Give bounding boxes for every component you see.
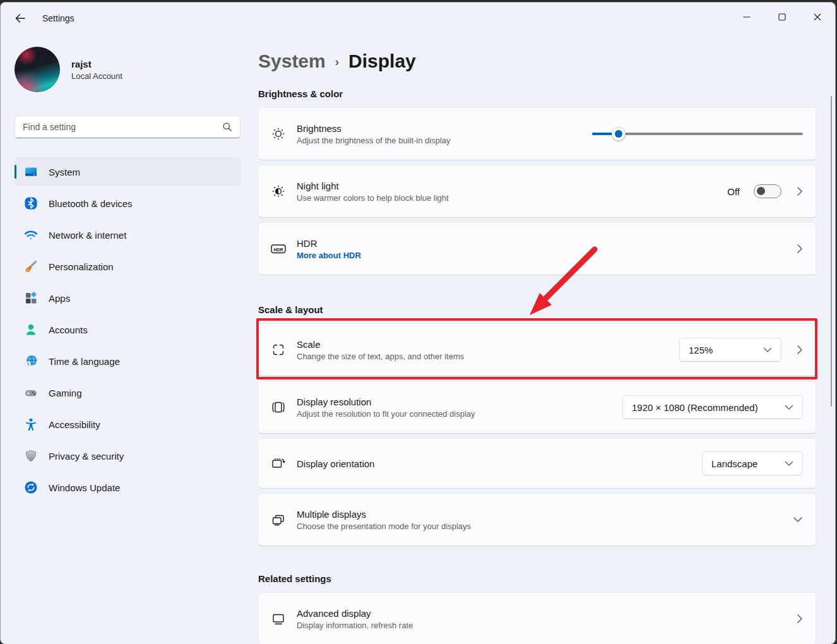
advanced-display-row[interactable]: Advanced display Display information, re… (258, 592, 816, 644)
vertical-scrollbar[interactable] (831, 96, 832, 407)
hdr-title: HDR (297, 238, 361, 249)
sidebar-item-label: Time & language (49, 356, 120, 367)
sidebar-item-bluetooth[interactable]: Bluetooth & devices (15, 189, 240, 218)
night-light-row[interactable]: Night light Use warmer colors to help bl… (258, 165, 816, 218)
user-name: rajst (71, 59, 122, 69)
windows-update-icon (23, 480, 39, 495)
sidebar-item-label: Accounts (49, 325, 88, 335)
brightness-icon (270, 126, 287, 141)
svg-text:HDR: HDR (273, 247, 283, 252)
sidebar-item-gaming[interactable]: Gaming (15, 378, 240, 407)
brightness-slider-thumb[interactable] (612, 127, 626, 141)
sidebar-item-label: Bluetooth & devices (49, 198, 133, 209)
sidebar-item-privacy[interactable]: Privacy & security (15, 441, 240, 470)
brightness-row: Brightness Adjust the brightness of the … (258, 107, 816, 160)
system-icon (23, 164, 39, 179)
chevron-down-icon[interactable] (793, 516, 803, 523)
scale-subtitle: Change the size of text, apps, and other… (297, 352, 464, 361)
sidebar: rajst Local Account (1, 34, 248, 644)
hdr-row[interactable]: HDR HDR More about HDR (258, 222, 816, 275)
display-orientation-icon (270, 456, 287, 471)
sidebar-item-label: Gaming (49, 388, 82, 398)
avatar (15, 47, 60, 92)
orientation-dropdown-value: Landscape (711, 458, 757, 469)
maximize-button[interactable] (764, 3, 800, 32)
apps-icon (23, 290, 39, 306)
night-light-title: Night light (297, 181, 449, 191)
sidebar-item-accessibility[interactable]: Accessibility (15, 410, 240, 439)
scale-icon (270, 342, 287, 357)
account-type: Local Account (71, 71, 122, 81)
back-button[interactable] (9, 8, 31, 29)
sidebar-item-system[interactable]: System (15, 157, 240, 186)
orientation-dropdown[interactable]: Landscape (702, 451, 803, 475)
display-resolution-icon (270, 400, 287, 415)
breadcrumb-separator: › (335, 55, 339, 69)
resolution-dropdown[interactable]: 1920 × 1080 (Recommended) (622, 395, 803, 419)
hdr-more-link[interactable]: More about HDR (297, 251, 361, 260)
time-language-icon (23, 354, 39, 369)
display-resolution-row: Display resolution Adjust the resolution… (258, 381, 816, 434)
hdr-icon: HDR (270, 241, 287, 256)
close-icon (814, 13, 821, 21)
multiple-displays-row[interactable]: Multiple displays Choose the presentatio… (258, 493, 816, 546)
chevron-down-icon (768, 461, 793, 467)
scale-dropdown-value: 125% (689, 345, 713, 355)
night-light-toggle[interactable] (754, 184, 781, 198)
scale-row[interactable]: Scale Change the size of text, apps, and… (258, 323, 816, 376)
settings-window: Settings rajst Local Account (0, 2, 836, 644)
scale-dropdown[interactable]: 125% (679, 338, 781, 362)
sidebar-item-apps[interactable]: Apps (15, 283, 240, 313)
back-arrow-icon (14, 12, 27, 25)
brightness-subtitle: Adjust the brightness of the built-in di… (297, 136, 451, 145)
sidebar-item-personalization[interactable]: Personalization (15, 252, 240, 281)
user-profile[interactable]: rajst Local Account (15, 47, 240, 92)
chevron-right-icon[interactable] (797, 345, 803, 355)
accessibility-icon (23, 417, 39, 432)
search-box[interactable] (15, 116, 240, 138)
search-icon (222, 122, 232, 132)
night-light-state: Off (727, 186, 740, 197)
sidebar-item-label: Personalization (49, 261, 114, 272)
section-scale-layout: Scale & layout (258, 304, 816, 315)
section-brightness-color: Brightness & color (258, 88, 816, 99)
chevron-right-icon (797, 244, 803, 254)
sidebar-item-accounts[interactable]: Accounts (15, 315, 240, 344)
sidebar-item-label: Privacy & security (49, 451, 124, 462)
breadcrumb-system[interactable]: System (258, 51, 326, 72)
display-resolution-subtitle: Adjust the resolution to fit your connec… (297, 409, 475, 419)
search-input[interactable] (23, 122, 222, 132)
display-resolution-title: Display resolution (297, 397, 475, 407)
sidebar-item-label: Network & internet (49, 230, 126, 241)
main-content: System › Display Brightness & color Brig… (248, 34, 835, 644)
sidebar-item-network[interactable]: Network & internet (15, 220, 240, 249)
minimize-icon (743, 13, 751, 21)
privacy-security-icon (23, 448, 39, 463)
minimize-button[interactable] (729, 3, 764, 32)
advanced-display-subtitle: Display information, refresh rate (297, 621, 413, 630)
sidebar-item-label: Windows Update (49, 482, 120, 493)
night-light-icon (270, 184, 287, 199)
sidebar-item-windows-update[interactable]: Windows Update (15, 473, 240, 502)
page-title: Display (348, 51, 416, 72)
close-button[interactable] (800, 3, 835, 32)
night-light-subtitle: Use warmer colors to help block blue lig… (297, 193, 449, 203)
section-related-settings: Related settings (258, 573, 816, 584)
sidebar-item-label: System (49, 167, 80, 177)
chevron-down-icon (768, 405, 793, 410)
scale-title: Scale (297, 339, 464, 350)
sidebar-item-time-language[interactable]: Time & language (15, 347, 240, 376)
accounts-icon (23, 322, 39, 337)
sidebar-item-label: Accessibility (49, 419, 100, 430)
resolution-dropdown-value: 1920 × 1080 (Recommended) (632, 402, 758, 413)
chevron-right-icon (797, 614, 803, 624)
app-title: Settings (42, 13, 74, 23)
advanced-display-icon (270, 611, 287, 626)
sidebar-nav: System Bluetooth & devices (15, 157, 240, 502)
advanced-display-title: Advanced display (297, 608, 413, 619)
brightness-slider[interactable] (592, 127, 803, 141)
sidebar-item-label: Apps (49, 293, 70, 304)
titlebar: Settings (1, 3, 835, 34)
gaming-icon (23, 385, 39, 400)
chevron-down-icon (747, 347, 772, 353)
